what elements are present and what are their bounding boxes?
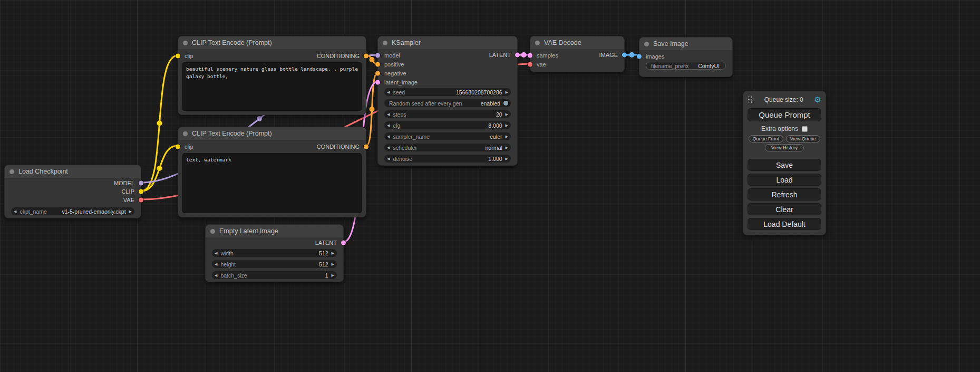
output-slot-latent[interactable]: LATENT [459,51,517,59]
refresh-button[interactable]: Refresh [748,188,821,201]
negative-prompt-textarea[interactable]: text, watermark [182,153,362,213]
scheduler-combo-widget[interactable]: ◀ scheduler normal ▶ [384,144,511,151]
positive-input-dot[interactable] [375,62,380,66]
decrement-arrow-icon[interactable]: ◀ [387,90,390,94]
positive-prompt-textarea[interactable]: beautiful scenery nature glass bottle la… [182,62,362,111]
increment-arrow-icon[interactable]: ▶ [506,123,508,127]
node-clip-text-encode-positive[interactable]: CLIP Text Encode (Prompt) clip CONDITION… [178,36,366,115]
comfyui-app: { "colors": { "model": "#B39DDB", "clip"… [0,0,980,372]
conditioning-output-dot[interactable] [364,144,368,149]
random-seed-toggle-widget[interactable]: Random seed after every gen enabled [384,99,511,107]
next-value-arrow-icon[interactable]: ▶ [129,209,132,213]
prev-value-arrow-icon[interactable]: ◀ [14,209,16,213]
filename-prefix-text-widget[interactable]: filename_prefix ComfyUI [646,62,726,70]
output-slot-latent[interactable]: LATENT [206,239,343,247]
graph-canvas[interactable]: Load Checkpoint MODEL CLIP VAE ◀ ckpt_na… [0,0,980,372]
image-output-dot[interactable] [622,53,627,58]
latent-output-dot[interactable] [515,53,520,58]
latent-image-input-dot[interactable] [375,80,380,84]
steps-number-widget[interactable]: ◀ steps 20 ▶ [384,110,511,118]
prev-value-arrow-icon[interactable]: ◀ [387,135,390,138]
queue-front-button[interactable]: Queue Front [749,135,783,142]
vae-output-dot[interactable] [139,198,143,203]
node-title-bar[interactable]: Empty Latent Image [206,225,343,237]
decrement-arrow-icon[interactable]: ◀ [215,273,217,277]
node-empty-latent-image[interactable]: Empty Latent Image LATENT ◀ width 512 ▶ … [205,224,344,282]
toggle-knob[interactable] [503,101,508,106]
increment-arrow-icon[interactable]: ▶ [332,262,334,266]
node-ksampler[interactable]: KSampler model positive negative latent_… [377,36,518,166]
view-history-button[interactable]: View History [765,144,804,151]
save-button[interactable]: Save [748,159,821,171]
negative-input-dot[interactable] [375,71,380,75]
collapse-dot[interactable] [210,229,215,234]
node-vae-decode[interactable]: VAE Decode samples vae IMAGE [530,36,625,72]
clip-output-dot[interactable] [139,189,143,194]
increment-arrow-icon[interactable]: ▶ [506,90,508,94]
node-save-image[interactable]: Save Image images filename_prefix ComfyU… [639,37,733,77]
input-slot-positive[interactable]: positive [378,60,517,69]
output-slot-model[interactable]: MODEL [5,179,141,187]
input-slot-vae[interactable]: vae [530,60,624,69]
next-value-arrow-icon[interactable]: ▶ [506,146,508,149]
clear-button[interactable]: Clear [748,203,821,215]
output-slot-vae[interactable]: VAE [5,196,141,204]
ckpt-name-combo-widget[interactable]: ◀ ckpt_name v1-5-pruned-emaonly.ckpt ▶ [11,207,134,215]
node-title: KSampler [392,39,421,46]
input-slot-images[interactable]: images [639,52,732,61]
latent-output-dot[interactable] [341,241,346,245]
clip-input-dot[interactable] [176,53,180,58]
collapse-dot[interactable] [644,42,649,46]
drag-handle-icon[interactable] [748,96,753,103]
denoise-number-widget[interactable]: ◀ denoise 1.000 ▶ [384,155,511,163]
node-title-bar[interactable]: Save Image [639,37,732,50]
node-title-bar[interactable]: KSampler [378,36,517,49]
increment-arrow-icon[interactable]: ▶ [332,273,334,277]
load-button[interactable]: Load [748,174,821,186]
collapse-dot[interactable] [535,41,540,45]
view-queue-button[interactable]: View Queue [786,135,821,142]
node-load-checkpoint[interactable]: Load Checkpoint MODEL CLIP VAE ◀ ckpt_na… [4,165,141,218]
node-title-bar[interactable]: CLIP Text Encode (Prompt) [178,127,366,140]
node-clip-text-encode-negative[interactable]: CLIP Text Encode (Prompt) clip CONDITION… [178,127,366,217]
decrement-arrow-icon[interactable]: ◀ [215,262,217,266]
vae-input-dot[interactable] [528,62,532,66]
node-title: Save Image [653,40,688,47]
samples-input-dot[interactable] [528,53,532,58]
input-slot-negative[interactable]: negative [378,69,517,78]
settings-gear-icon[interactable]: ⚙ [814,96,821,103]
collapse-dot[interactable] [183,41,188,45]
decrement-arrow-icon[interactable]: ◀ [387,123,390,127]
node-title-bar[interactable]: VAE Decode [530,36,624,49]
model-input-dot[interactable] [375,53,380,58]
collapse-dot[interactable] [183,131,188,136]
collapse-dot[interactable] [383,41,387,45]
decrement-arrow-icon[interactable]: ◀ [387,112,390,116]
increment-arrow-icon[interactable]: ▶ [506,157,508,160]
load-default-button[interactable]: Load Default [748,218,821,230]
output-slot-image[interactable]: IMAGE [566,51,624,59]
cfg-number-widget[interactable]: ◀ cfg 8.000 ▶ [384,121,511,129]
sampler-name-combo-widget[interactable]: ◀ sampler_name euler ▶ [384,132,511,140]
prev-value-arrow-icon[interactable]: ◀ [387,146,390,149]
extra-options-checkbox[interactable] [802,126,808,132]
width-number-widget[interactable]: ◀ width 512 ▶ [212,249,337,257]
model-output-dot[interactable] [139,181,143,186]
increment-arrow-icon[interactable]: ▶ [332,251,334,255]
next-value-arrow-icon[interactable]: ▶ [506,135,508,138]
node-title-bar[interactable]: Load Checkpoint [5,165,141,178]
collapse-dot[interactable] [9,169,14,174]
increment-arrow-icon[interactable]: ▶ [506,112,508,116]
decrement-arrow-icon[interactable]: ◀ [215,251,217,255]
node-title-bar[interactable]: CLIP Text Encode (Prompt) [178,36,366,49]
seed-number-widget[interactable]: ◀ seed 156680208700286 ▶ [384,88,511,96]
decrement-arrow-icon[interactable]: ◀ [387,157,390,160]
input-slot-latent-image[interactable]: latent_image [378,78,517,87]
output-slot-clip[interactable]: CLIP [5,187,141,196]
queue-prompt-button[interactable]: Queue Prompt [748,108,821,121]
height-number-widget[interactable]: ◀ height 512 ▶ [212,260,337,268]
conditioning-output-dot[interactable] [364,53,368,58]
clip-input-dot[interactable] [176,144,180,149]
batch-size-number-widget[interactable]: ◀ batch_size 1 ▶ [212,271,337,279]
images-input-dot[interactable] [637,54,642,59]
